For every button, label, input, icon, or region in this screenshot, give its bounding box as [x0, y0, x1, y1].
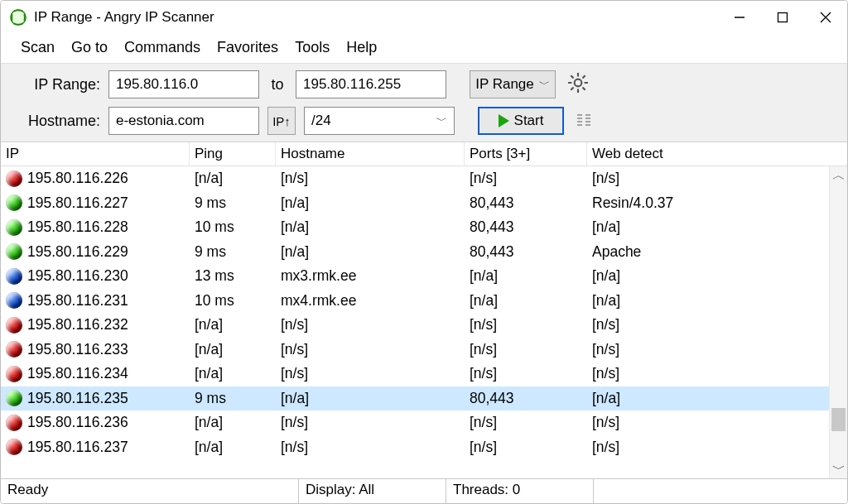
menu-goto[interactable]: Go to — [65, 37, 114, 58]
svg-point-0 — [11, 10, 26, 25]
column-ip[interactable]: IP — [1, 142, 190, 166]
cell-hostname: [n/s] — [276, 313, 465, 338]
cell-ping: [n/a] — [190, 435, 276, 460]
cell-hostname: [n/a] — [276, 215, 465, 240]
netmask-dropdown[interactable]: /24 ﹀ — [304, 107, 455, 135]
cell-ip: 195.80.116.232 — [27, 316, 128, 334]
cell-webdetect: [n/s] — [587, 166, 794, 191]
table-row[interactable]: 195.80.116.226[n/a][n/s][n/s][n/s] — [1, 166, 847, 191]
column-ping[interactable]: Ping — [190, 142, 276, 166]
cell-hostname: [n/s] — [276, 410, 465, 435]
cell-ports: [n/s] — [465, 338, 587, 362]
status-icon — [6, 341, 22, 358]
status-display: Display: All — [299, 479, 446, 503]
menu-help[interactable]: Help — [340, 37, 383, 58]
cell-ip: 195.80.116.237 — [27, 439, 128, 456]
app-window: IP Range - Angry IP Scanner Scan Go to C… — [0, 0, 848, 504]
cell-ping: 10 ms — [190, 215, 276, 240]
svg-line-11 — [582, 87, 585, 89]
settings-button[interactable] — [567, 72, 589, 98]
cell-hostname: [n/a] — [276, 240, 465, 265]
table-row[interactable]: 195.80.116.2279 ms[n/a]80,443Resin/4.0.3… — [1, 191, 847, 216]
cell-ports: 80,443 — [465, 240, 587, 265]
status-icon — [6, 243, 22, 260]
scroll-down-icon[interactable]: ﹀ — [830, 460, 847, 478]
svg-rect-2 — [778, 13, 788, 22]
table-row[interactable]: 195.80.116.232[n/a][n/s][n/s][n/s] — [1, 313, 847, 338]
hostname-input[interactable] — [108, 107, 259, 135]
column-ports[interactable]: Ports [3+] — [465, 142, 587, 166]
start-button[interactable]: Start — [478, 107, 564, 135]
cell-ports: [n/s] — [465, 313, 587, 338]
ip-start-input[interactable] — [108, 70, 259, 98]
menu-favorites[interactable]: Favorites — [210, 37, 285, 58]
cell-ping: [n/a] — [190, 313, 276, 338]
table-row[interactable]: 195.80.116.2299 ms[n/a]80,443Apache — [1, 240, 847, 265]
table-row[interactable]: 195.80.116.233[n/a][n/s][n/s][n/s] — [1, 338, 847, 362]
status-empty — [594, 479, 847, 503]
table-row[interactable]: 195.80.116.234[n/a][n/s][n/s][n/s] — [1, 362, 847, 386]
chevron-down-icon: ﹀ — [436, 113, 447, 128]
vertical-scrollbar[interactable]: ︿ ﹀ — [829, 166, 847, 478]
maximize-button[interactable] — [761, 1, 804, 34]
table-row[interactable]: 195.80.116.236[n/a][n/s][n/s][n/s] — [1, 410, 847, 435]
table-row[interactable]: 195.80.116.23110 msmx4.rmk.ee[n/a][n/a] — [1, 289, 847, 314]
range-type-dropdown[interactable]: IP Range ﹀ — [470, 70, 556, 98]
scroll-thumb[interactable] — [831, 408, 846, 431]
display-options-button[interactable] — [576, 113, 594, 129]
minimize-button[interactable] — [718, 1, 761, 34]
cell-ip: 195.80.116.231 — [27, 292, 128, 310]
cell-ip: 195.80.116.236 — [27, 414, 128, 431]
cell-ports: [n/a] — [465, 264, 587, 289]
cell-hostname: mx4.rmk.ee — [276, 289, 465, 314]
cell-webdetect: [n/a] — [587, 264, 794, 289]
column-hostname[interactable]: Hostname — [276, 142, 465, 166]
status-icon — [6, 268, 22, 285]
cell-ip: 195.80.116.233 — [27, 341, 128, 358]
play-icon — [499, 114, 509, 127]
cell-ports: [n/s] — [465, 410, 587, 435]
status-icon — [6, 390, 22, 406]
table-row[interactable]: 195.80.116.22810 ms[n/a]80,443[n/a] — [1, 215, 847, 240]
cell-hostname: [n/s] — [276, 435, 465, 460]
status-icon — [6, 439, 22, 455]
menu-tools[interactable]: Tools — [288, 37, 336, 58]
table-header: IP Ping Hostname Ports [3+] Web detect — [1, 142, 847, 166]
status-icon — [6, 170, 22, 187]
column-webdetect[interactable]: Web detect — [587, 142, 794, 166]
ip-end-input[interactable] — [296, 70, 446, 98]
app-icon — [9, 8, 27, 26]
svg-point-5 — [575, 79, 582, 86]
cell-webdetect: [n/s] — [587, 313, 794, 338]
cell-webdetect: [n/s] — [587, 410, 794, 435]
cell-ping: 9 ms — [190, 386, 276, 411]
menu-commands[interactable]: Commands — [118, 37, 207, 58]
cell-ports: [n/a] — [465, 289, 587, 314]
cell-webdetect: [n/a] — [587, 289, 794, 314]
cell-ip: 195.80.116.235 — [27, 390, 128, 407]
cell-ping: 9 ms — [190, 240, 276, 265]
cell-webdetect: [n/s] — [587, 338, 794, 362]
table-row[interactable]: 195.80.116.2359 ms[n/a]80,443[n/a] — [1, 386, 847, 411]
chevron-down-icon: ﹀ — [539, 77, 550, 92]
cell-ping: 10 ms — [190, 289, 276, 314]
close-button[interactable] — [804, 1, 847, 34]
cell-hostname: [n/s] — [276, 338, 465, 362]
menu-scan[interactable]: Scan — [14, 37, 61, 58]
status-ready: Ready — [1, 479, 299, 503]
scroll-up-icon[interactable]: ︿ — [830, 166, 847, 185]
cell-hostname: [n/a] — [276, 386, 465, 411]
ip-up-button[interactable]: IP↑ — [267, 107, 296, 135]
cell-ping: [n/a] — [190, 166, 276, 191]
cell-ip: 195.80.116.234 — [27, 365, 128, 382]
cell-ports: [n/s] — [465, 435, 587, 460]
table-row[interactable]: 195.80.116.237[n/a][n/s][n/s][n/s] — [1, 435, 847, 460]
table-row[interactable]: 195.80.116.23013 msmx3.rmk.ee[n/a][n/a] — [1, 264, 847, 289]
cell-ip: 195.80.116.226 — [27, 170, 128, 187]
cell-ping: [n/a] — [190, 362, 276, 386]
cell-hostname: [n/s] — [276, 362, 465, 386]
cell-ip: 195.80.116.230 — [27, 267, 128, 285]
cell-ping: 13 ms — [190, 264, 276, 289]
results-table: IP Ping Hostname Ports [3+] Web detect 1… — [1, 142, 847, 478]
status-threads: Threads: 0 — [446, 479, 594, 503]
